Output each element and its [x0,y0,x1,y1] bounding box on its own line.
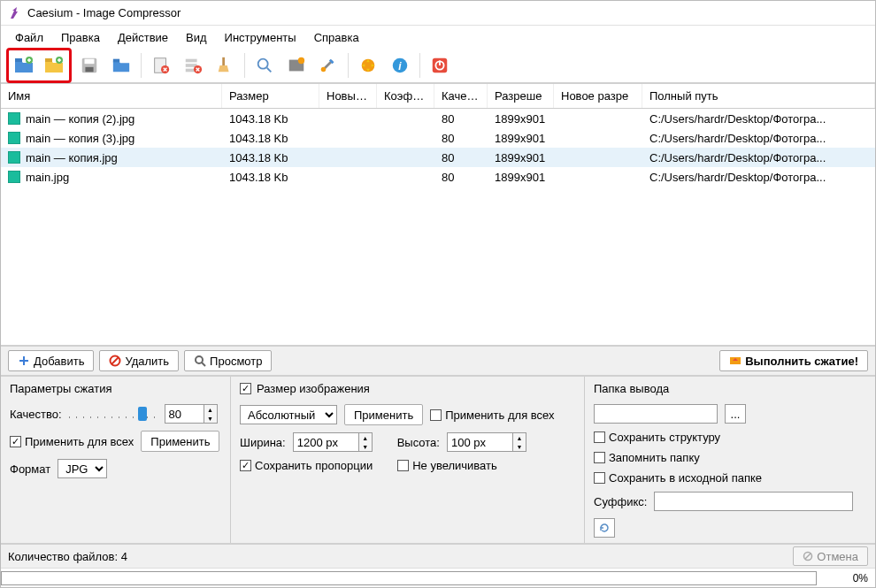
spin-up-icon[interactable]: ▲ [359,433,372,442]
col-newsize[interactable]: Новый р [319,84,377,108]
keep-ratio-checkbox[interactable]: Сохранить пропорции [240,459,373,472]
menu-tools[interactable]: Инструменты [216,28,305,47]
table-row[interactable]: main — копия (3).jpg1043.18 Kb801899x901… [1,128,875,148]
progress-bar [1,571,817,585]
add-folder-button[interactable] [40,51,68,80]
compress-button[interactable]: Выполнить сжатие! [719,350,868,371]
clear-button[interactable] [211,51,239,80]
spin-up-icon[interactable]: ▲ [513,433,526,442]
quality-value[interactable] [165,404,204,424]
separator [141,53,142,78]
zoom-button[interactable] [250,51,279,80]
highlight-add-buttons [6,48,72,83]
preview-label: Просмотр [210,355,262,368]
col-ratio[interactable]: Коэффи [377,84,434,108]
keep-structure-checkbox[interactable]: Сохранить структуру [594,431,720,444]
checkbox-icon [594,472,605,484]
suffix-reset-button[interactable] [594,518,615,538]
table-body[interactable]: main — копия (2).jpg1043.18 Kb801899x901… [1,109,875,345]
delete-button[interactable]: Удалить [99,350,179,371]
imagesize-header: Размер изображения [257,382,370,395]
no-enlarge-checkbox[interactable]: Не увеличивать [397,459,497,472]
col-quality[interactable]: Качеств [434,84,488,108]
add-label: Добавить [34,355,84,368]
exit-button[interactable] [426,51,454,80]
output-header: Папка вывода [594,382,866,395]
save-button[interactable] [75,51,104,80]
file-size: 1043.18 Kb [222,149,319,166]
file-icon [8,112,20,125]
file-size: 1043.18 Kb [222,130,319,147]
width-value[interactable] [293,432,359,452]
status-bar: Количество файлов: 4 Отмена [1,545,875,568]
menu-action[interactable]: Действие [109,28,177,47]
menu-help[interactable]: Справка [305,28,368,47]
apply-size-button[interactable]: Применить [344,404,423,425]
output-panel: Папка вывода ... Сохранить структуру Зап… [585,377,875,543]
svg-point-18 [321,67,327,73]
browse-button[interactable]: ... [725,404,746,424]
size-mode-select[interactable]: Абсолютный [240,405,337,424]
checkbox-icon [594,452,605,463]
table-row[interactable]: main — копия (2).jpg1043.18 Kb801899x901… [1,109,875,128]
quality-spinner[interactable]: ▲▼ [165,404,218,424]
suffix-label: Суффикс: [594,495,647,508]
cancel-button[interactable]: Отмена [793,546,868,566]
output-path[interactable] [594,404,718,424]
apply-quality-button[interactable]: Применить [141,431,219,452]
remove-item-button[interactable] [147,51,175,80]
menu-edit[interactable]: Правка [52,28,109,47]
imagesize-header-cb[interactable]: Размер изображения [240,382,575,395]
spin-down-icon[interactable]: ▼ [204,414,217,423]
separator [244,53,245,78]
format-select[interactable]: JPG [58,459,107,478]
quality-slider[interactable] [69,405,158,423]
open-folder-button[interactable] [107,51,135,80]
height-value[interactable] [447,432,513,452]
compress-icon [729,355,742,367]
width-label: Ширина: [240,436,286,449]
table-row[interactable]: main.jpg1043.18 Kb801899x901C:/Users/har… [1,167,875,187]
remember-folder-checkbox[interactable]: Запомнить папку [594,451,700,464]
remove-list-button[interactable] [179,51,207,80]
width-spinner[interactable]: ▲▼ [293,432,373,452]
apply-all-label: Применить для всех [25,435,134,448]
file-size: 1043.18 Kb [222,169,319,186]
col-path[interactable]: Полный путь [642,84,875,108]
separator [348,53,349,78]
col-name[interactable]: Имя [1,84,222,108]
spin-down-icon[interactable]: ▼ [513,442,526,451]
image-settings-button[interactable] [282,51,311,80]
col-size[interactable]: Размер [222,84,319,108]
compress-label: Выполнить сжатие! [745,355,858,368]
action-bar: Добавить Удалить Просмотр Выполнить сжат… [1,347,875,377]
add-button[interactable]: Добавить [8,350,94,371]
reset-icon [599,523,610,533]
search-icon [194,355,206,367]
height-spinner[interactable]: ▲▼ [447,432,526,452]
svg-rect-0 [15,58,22,62]
file-table: Имя Размер Новый р Коэффи Качеств Разреш… [1,84,875,347]
spin-up-icon[interactable]: ▲ [204,405,217,414]
col-newres[interactable]: Новое разре [554,84,642,108]
file-icon [8,151,20,164]
settings-button[interactable] [314,51,342,80]
table-row[interactable]: main — копия.jpg1043.18 Kb801899x901C:/U… [1,148,875,167]
file-quality: 80 [434,169,488,186]
info-button[interactable]: i [386,51,414,80]
col-res[interactable]: Разреше [488,84,554,108]
same-folder-checkbox[interactable]: Сохранить в исходной папке [594,471,762,485]
menu-file[interactable]: Файл [6,28,52,47]
add-files-button[interactable] [10,51,38,80]
spin-down-icon[interactable]: ▼ [359,442,372,451]
suffix-input[interactable] [654,492,853,511]
file-path: C:/Users/hardr/Desktop/Фотогра... [642,149,875,166]
size-apply-all-checkbox[interactable]: Применить для всех [430,409,554,422]
update-button[interactable] [354,51,382,80]
file-icon [8,132,20,144]
progress-row: 0% [1,568,875,587]
apply-all-checkbox[interactable]: Применить для всех [10,435,134,448]
preview-button[interactable]: Просмотр [184,350,272,371]
file-name: main — копия.jpg [26,151,118,164]
menu-view[interactable]: Вид [177,28,216,47]
